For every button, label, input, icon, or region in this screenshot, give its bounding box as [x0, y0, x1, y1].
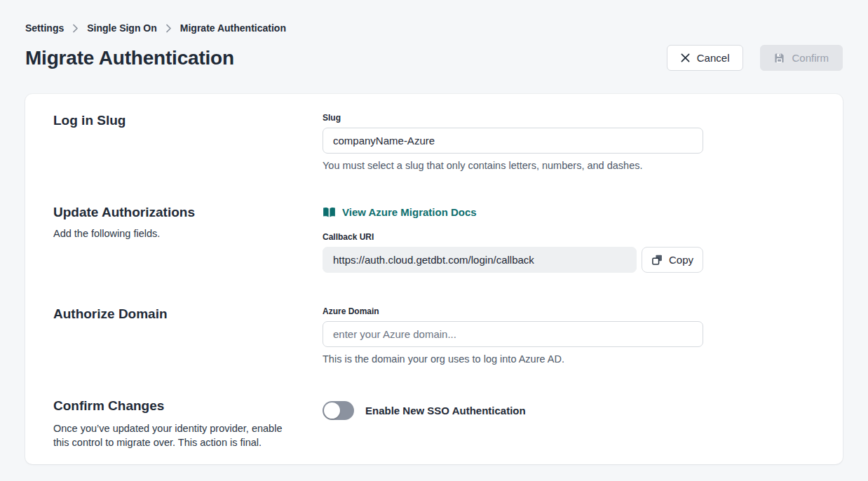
section-update-authorizations: Update Authorizations Add the following …: [53, 205, 815, 273]
section-heading: Log in Slug: [53, 113, 292, 128]
section-login-slug-fields: Slug You must select a slug that only co…: [323, 113, 703, 171]
slug-field-label: Slug: [323, 113, 703, 123]
section-authorize-domain-fields: Azure Domain This is the domain your org…: [323, 306, 703, 365]
azure-migration-docs-link[interactable]: View Azure Migration Docs: [323, 206, 477, 218]
header-actions: Cancel Confirm: [667, 45, 843, 71]
breadcrumb-settings[interactable]: Settings: [25, 22, 64, 34]
section-update-authorizations-info: Update Authorizations Add the following …: [53, 205, 323, 273]
copy-button[interactable]: Copy: [642, 247, 703, 273]
section-heading: Update Authorizations: [53, 205, 292, 220]
close-icon: [681, 53, 690, 62]
page-header: Migrate Authentication Cancel: [25, 45, 843, 71]
breadcrumb: Settings Single Sign On Migrate Authenti…: [25, 0, 843, 34]
section-login-slug: Log in Slug Slug You must select a slug …: [53, 113, 815, 171]
save-icon: [774, 53, 785, 63]
callback-uri-block: Callback URI Copy: [323, 232, 703, 273]
confirm-button-label: Confirm: [792, 52, 829, 64]
callback-uri-label: Callback URI: [323, 232, 703, 242]
toggle-knob: [324, 402, 340, 419]
section-heading: Authorize Domain: [53, 306, 292, 322]
book-icon: [323, 207, 336, 218]
section-update-authorizations-fields: View Azure Migration Docs Callback URI: [323, 205, 703, 273]
docs-link-label: View Azure Migration Docs: [342, 206, 477, 218]
section-confirm-changes-info: Confirm Changes Once you’ve updated your…: [53, 398, 323, 449]
enable-sso-toggle[interactable]: [323, 401, 354, 420]
section-authorize-domain-info: Authorize Domain: [53, 306, 323, 365]
chevron-right-icon: [72, 24, 79, 33]
section-confirm-changes: Confirm Changes Once you’ve updated your…: [53, 398, 815, 449]
slug-input[interactable]: [323, 128, 703, 154]
settings-card: Log in Slug Slug You must select a slug …: [25, 94, 843, 464]
section-authorize-domain: Authorize Domain Azure Domain This is th…: [53, 306, 815, 365]
cancel-button[interactable]: Cancel: [667, 45, 744, 71]
confirm-button[interactable]: Confirm: [760, 45, 843, 71]
slug-helper-text: You must select a slug that only contain…: [323, 160, 703, 171]
page-title: Migrate Authentication: [25, 47, 234, 69]
azure-domain-input[interactable]: [323, 321, 703, 347]
callback-uri-row: Copy: [323, 247, 703, 273]
azure-domain-helper-text: This is the domain your org uses to log …: [323, 353, 703, 365]
breadcrumb-current-page: Migrate Authentication: [180, 22, 286, 34]
page: Settings Single Sign On Migrate Authenti…: [0, 0, 868, 464]
cancel-button-label: Cancel: [697, 52, 730, 64]
section-subtitle: Add the following fields.: [53, 228, 292, 239]
sso-toggle-row: Enable New SSO Authentication: [323, 401, 703, 420]
copy-icon: [651, 254, 663, 266]
callback-uri-input[interactable]: [323, 247, 637, 273]
section-confirm-changes-fields: Enable New SSO Authentication: [323, 398, 703, 449]
azure-domain-label: Azure Domain: [323, 306, 703, 316]
breadcrumb-single-sign-on[interactable]: Single Sign On: [87, 22, 157, 34]
sso-toggle-label: Enable New SSO Authentication: [365, 405, 526, 416]
section-description: Once you’ve updated your identity provid…: [53, 421, 285, 449]
copy-button-label: Copy: [669, 254, 693, 266]
section-heading: Confirm Changes: [53, 398, 292, 414]
section-login-slug-info: Log in Slug: [53, 113, 323, 171]
chevron-right-icon: [165, 24, 172, 33]
